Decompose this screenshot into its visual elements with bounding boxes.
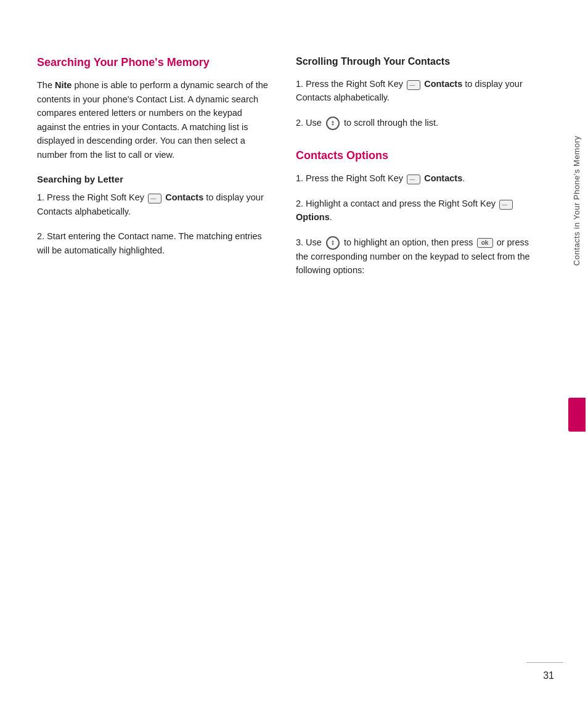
- bold-nite: Nite: [55, 80, 71, 90]
- options-item-1: 1. Press the Right Soft Key Contacts.: [296, 171, 530, 185]
- nav-icon-scroll-2: [326, 117, 340, 130]
- left-item-2: 2. Start entering the Contact name. The …: [37, 229, 271, 257]
- sidebar-tab-marker: [568, 398, 586, 432]
- contacts-bold-1: Contacts: [165, 192, 203, 202]
- main-content: Searching Your Phone's Memory The Nite p…: [0, 0, 588, 706]
- options-section-title: Contacts Options: [296, 149, 530, 163]
- page-container: Searching Your Phone's Memory The Nite p…: [0, 0, 588, 706]
- page-divider: [526, 662, 563, 663]
- intro-text: The Nite phone is able to perform a dyna…: [37, 78, 271, 162]
- options-bold-opt-2: Options: [296, 212, 330, 222]
- scroll-section-title: Scrolling Through Your Contacts: [296, 55, 530, 68]
- left-item-1: 1. Press the Right Soft Key Contacts to …: [37, 191, 271, 218]
- options-item-2: 2. Highlight a contact and press the Rig…: [296, 197, 530, 224]
- right-column: Scrolling Through Your Contacts 1. Press…: [296, 55, 530, 669]
- left-column: Searching Your Phone's Memory The Nite p…: [37, 55, 271, 669]
- ok-icon-opt-3: ok: [477, 238, 493, 248]
- scroll-item-1: 1. Press the Right Soft Key Contacts to …: [296, 77, 530, 105]
- options-item-3: 3. Use to highlight an option, then pres…: [296, 236, 530, 277]
- page-number: 31: [543, 670, 554, 681]
- contacts-options-section: Contacts Options 1. Press the Right Soft…: [296, 149, 530, 277]
- softkey-icon-1: [148, 193, 161, 203]
- contacts-bold-opt-1: Contacts: [424, 173, 462, 183]
- softkey-icon-scroll-1: [407, 80, 420, 89]
- sub-heading-searching-by-letter: Searching by Letter: [37, 174, 271, 184]
- left-section-title: Searching Your Phone's Memory: [37, 55, 271, 70]
- sidebar-tab-text: Contacts in Your Phone's Memory: [566, 123, 587, 278]
- contacts-bold-scroll-1: Contacts: [424, 79, 462, 89]
- scroll-item-2: 2. Use to scroll through the list.: [296, 116, 530, 130]
- sidebar-tab: Contacts in Your Phone's Memory: [566, 123, 588, 432]
- softkey-icon-opt-1: [407, 174, 420, 184]
- nav-icon-opt-3: [326, 236, 340, 250]
- softkey-icon-opt-2: [499, 199, 513, 209]
